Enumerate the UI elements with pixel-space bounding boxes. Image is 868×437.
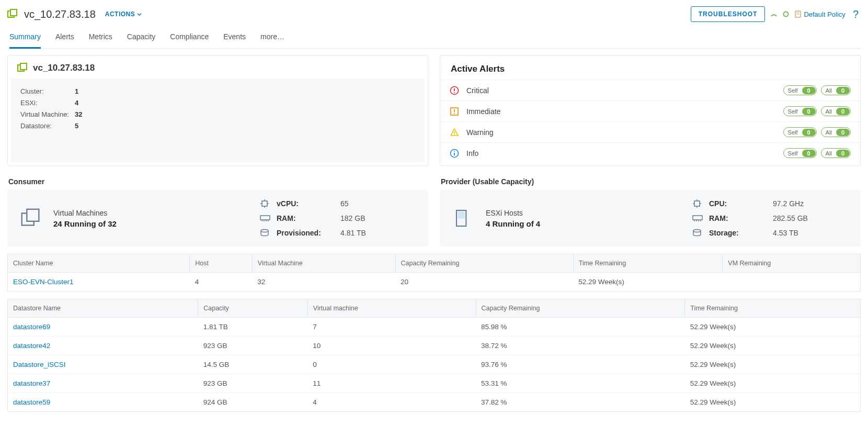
col-header[interactable]: Host — [190, 254, 253, 273]
col-header[interactable]: Cluster Name — [8, 254, 190, 273]
datastore-link[interactable]: datastore42 — [13, 342, 50, 350]
tab-summary[interactable]: Summary — [9, 27, 41, 49]
disk-icon — [692, 229, 703, 237]
alerts-title: Active Alerts — [440, 55, 860, 80]
alert-all-pill[interactable]: All0 — [821, 85, 851, 95]
info-label: ESXi: — [20, 97, 71, 109]
cpu-icon — [692, 200, 703, 207]
alert-all-pill[interactable]: All0 — [821, 127, 851, 137]
cluster-link[interactable]: ESO-EVN-Cluster1 — [13, 278, 74, 286]
provider-title: ESXi Hosts — [486, 209, 540, 217]
consumer-heading: Consumer — [8, 177, 428, 186]
col-header[interactable]: VM Remaining — [723, 254, 861, 273]
critical-icon — [450, 86, 459, 95]
page-title: vc_10.27.83.18 — [24, 8, 96, 20]
alerts-card: Active Alerts CriticalSelf0All0Immediate… — [440, 55, 861, 166]
table-row: datastore691.81 TB785.98 %52.29 Week(s) — [8, 318, 861, 337]
datastore-link[interactable]: datastore59 — [13, 398, 50, 406]
summary-card-title: vc_10.27.83.18 — [33, 63, 95, 73]
host-icon — [451, 206, 475, 230]
datastore-link[interactable]: Datastore_iSCSI — [13, 361, 66, 368]
col-header[interactable]: Capacity Remaining — [476, 299, 685, 318]
info-icon — [450, 149, 459, 158]
col-header[interactable]: Time Remaining — [685, 299, 861, 318]
col-header[interactable]: Capacity Remaining — [395, 254, 573, 273]
alert-all-pill[interactable]: All0 — [821, 106, 851, 116]
info-value: 32 — [75, 109, 82, 120]
svg-rect-1 — [10, 9, 17, 16]
datastore-link[interactable]: datastore69 — [13, 323, 50, 331]
tabs: SummaryAlertsMetricsCapacityComplianceEv… — [7, 27, 861, 49]
svg-point-2 — [784, 12, 789, 17]
alert-level-label: Warning — [466, 128, 783, 137]
datastore-table: Datastore NameCapacityVirtual machineCap… — [7, 299, 861, 412]
alert-self-pill[interactable]: Self0 — [783, 148, 817, 158]
disk-icon — [260, 229, 270, 237]
col-header[interactable]: Capacity — [198, 299, 308, 318]
alert-row-info: InfoSelf0All0 — [440, 142, 860, 163]
metric-label: CPU: — [709, 199, 767, 208]
metric-value: 97.2 GHz — [773, 199, 804, 208]
col-header[interactable]: Datastore Name — [8, 299, 198, 318]
metric-value: 65 — [340, 199, 349, 208]
svg-rect-33 — [458, 212, 465, 219]
metric-value: 182 GB — [340, 214, 365, 222]
tab-compliance[interactable]: Compliance — [170, 27, 209, 48]
metric-label: RAM: — [709, 214, 767, 222]
alert-level-label: Critical — [466, 86, 783, 95]
status-dot-icon[interactable] — [783, 11, 789, 17]
alert-self-pill[interactable]: Self0 — [783, 127, 817, 137]
table-row: ESO-EVN-Cluster14322052.29 Week(s) — [8, 273, 861, 292]
metric-value: 282.55 GB — [773, 214, 808, 222]
immediate-icon — [450, 107, 459, 116]
svg-point-15 — [454, 134, 455, 135]
svg-point-10 — [454, 92, 455, 93]
metric-label: vCPU: — [277, 199, 334, 208]
metric-label: RAM: — [277, 214, 334, 222]
metric-label: Provisioned: — [277, 229, 334, 237]
col-header[interactable]: Virtual Machine — [252, 254, 395, 273]
warning-icon — [450, 128, 459, 137]
info-value: 4 — [75, 97, 78, 109]
col-header[interactable]: Virtual machine — [307, 299, 476, 318]
cluster-table: Cluster NameHostVirtual MachineCapacity … — [7, 254, 861, 292]
alert-row-immediate: ImmediateSelf0All0 — [440, 100, 860, 121]
alert-all-pill[interactable]: All0 — [821, 148, 851, 158]
info-value: 5 — [75, 120, 78, 132]
table-row: datastore42923 GB1038.72 %52.29 Week(s) — [8, 337, 861, 355]
svg-point-31 — [261, 230, 268, 232]
svg-rect-7 — [20, 63, 27, 70]
col-header[interactable]: Time Remaining — [573, 254, 723, 273]
ram-icon — [692, 215, 703, 222]
metric-label: Storage: — [709, 229, 767, 237]
table-row: datastore59924 GB437.82 %52.29 Week(s) — [8, 393, 861, 412]
svg-rect-20 — [27, 209, 39, 221]
alert-self-pill[interactable]: Self0 — [783, 106, 817, 116]
summary-card: vc_10.27.83.18 Cluster:1ESXi:4Virtual Ma… — [7, 55, 428, 166]
tab-alerts[interactable]: Alerts — [55, 27, 74, 48]
table-row: datastore37923 GB1153.31 %52.29 Week(s) — [8, 374, 861, 393]
consumer-title: Virtual Machines — [53, 209, 117, 217]
tab-events[interactable]: Events — [223, 27, 246, 48]
svg-point-17 — [454, 151, 455, 152]
help-icon[interactable]: ? — [851, 8, 861, 20]
vm-icon — [19, 206, 43, 230]
tab-more[interactable]: more… — [260, 27, 284, 48]
signal-icon[interactable] — [770, 10, 778, 18]
svg-rect-34 — [694, 201, 700, 206]
actions-dropdown[interactable]: ACTIONS — [105, 10, 142, 18]
datastore-link[interactable]: datastore37 — [13, 379, 50, 387]
svg-rect-26 — [260, 216, 270, 220]
svg-point-44 — [693, 230, 701, 232]
alert-level-label: Info — [466, 149, 783, 158]
alert-level-label: Immediate — [466, 107, 783, 116]
alert-row-warning: WarningSelf0All0 — [440, 121, 860, 142]
svg-point-13 — [454, 113, 455, 114]
policy-link[interactable]: Default Policy — [794, 10, 845, 18]
tab-capacity[interactable]: Capacity — [127, 27, 155, 48]
info-label: Cluster: — [20, 86, 71, 97]
alert-self-pill[interactable]: Self0 — [783, 85, 817, 95]
tab-metrics[interactable]: Metrics — [89, 27, 112, 48]
consumer-subtitle: 24 Running of 32 — [53, 219, 117, 228]
troubleshoot-button[interactable]: TROUBLESHOOT — [691, 6, 766, 22]
